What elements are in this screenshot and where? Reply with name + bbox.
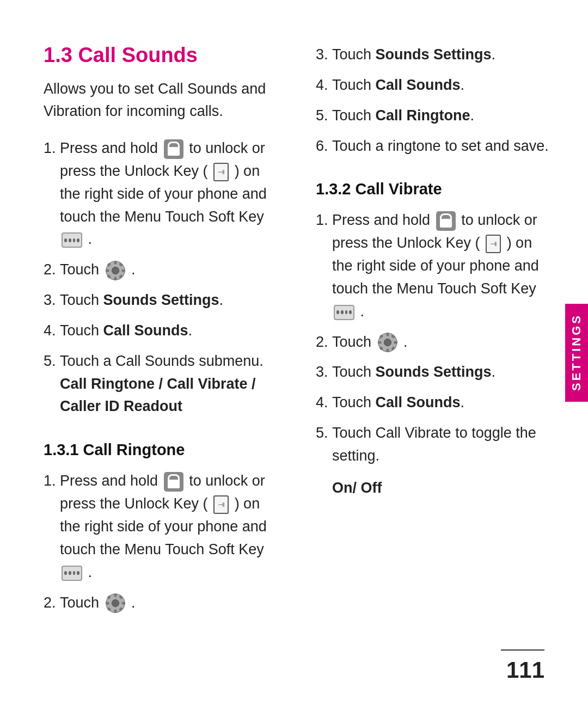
key-icon: ⫣ [213, 163, 229, 181]
step-content: Touch . [60, 259, 283, 281]
step-content: Touch Call Sounds. [332, 391, 555, 414]
lock-icon [164, 139, 183, 159]
step-number: 5. [44, 350, 60, 372]
bold-label: Call Sounds [103, 322, 188, 339]
step-number: 4. [316, 391, 332, 414]
svg-rect-24 [378, 341, 382, 344]
list-item: 6. Touch a ringtone to set and save. [316, 135, 555, 158]
step-number: 5. [316, 105, 332, 127]
svg-point-11 [112, 600, 119, 607]
step-content: Touch . [332, 331, 555, 354]
svg-rect-13 [114, 610, 117, 614]
step-number: 5. [316, 422, 332, 444]
step-number: 6. [316, 135, 332, 157]
step-number: 2. [44, 592, 60, 614]
key-icon: ⫣ [486, 235, 501, 253]
step-content: Touch Call Vibrate to toggle the setting… [332, 422, 555, 468]
svg-rect-4 [106, 269, 109, 272]
list-item: 1. Press and hold to unlock or press the… [44, 137, 283, 251]
list-item: 4. Touch Call Sounds. [316, 74, 555, 97]
step-number: 3. [316, 361, 332, 383]
list-item: 3. Touch Sounds Settings. [316, 44, 555, 66]
list-item: 1. Press and hold to unlock or press the… [44, 470, 283, 584]
list-item: 5. Touch Call Ringtone. [316, 105, 555, 127]
bold-label: Call Sounds [376, 77, 461, 93]
step-content: Touch Call Ringtone. [332, 105, 555, 127]
list-item: 4. Touch Call Sounds. [316, 391, 555, 414]
gear-icon [377, 332, 398, 353]
step-number: 1. [44, 137, 60, 160]
bold-label: Call Ringtone / Call Vibrate / Caller ID… [60, 376, 256, 415]
side-tab-label: SETTINGS [569, 314, 584, 391]
list-item: 3. Touch Sounds Settings. [316, 361, 555, 384]
bold-label: Call Ringtone [376, 107, 470, 124]
list-item: 5. Touch a Call Sounds submenu. Call Rin… [44, 350, 283, 419]
page-number: 111 [506, 657, 544, 683]
intro-text: Allows you to set Call Sounds and Vibrat… [44, 78, 283, 122]
subsection-heading-132: 1.3.2 Call Vibrate [316, 180, 555, 198]
svg-rect-2 [114, 261, 117, 265]
lock-icon [164, 472, 183, 492]
lock-icon [436, 211, 456, 231]
list-item: 2. Touch [44, 592, 283, 615]
left-column: 1.3 Call Sounds Allows you to set Call S… [44, 44, 283, 672]
svg-rect-22 [386, 333, 389, 336]
step-content: Press and hold to unlock or press the Un… [60, 470, 283, 584]
step-content: Touch Sounds Settings. [60, 289, 283, 312]
list-item: 1. Press and hold to unlock or press the… [316, 209, 555, 323]
subsection-heading-131: 1.3.1 Call Ringtone [44, 441, 283, 459]
svg-rect-3 [114, 277, 117, 280]
settings-side-tab: SETTINGS [565, 304, 588, 402]
menu-icon [62, 566, 82, 581]
bold-label: Sounds Settings [376, 46, 492, 63]
page-divider [501, 649, 544, 651]
step-content: Press and hold to unlock or press the Un… [60, 137, 283, 251]
step-content: Touch a ringtone to set and save. [332, 135, 555, 158]
step-content: Touch a Call Sounds submenu. Call Ringto… [60, 350, 283, 419]
key-icon: ⫣ [213, 495, 229, 514]
svg-rect-14 [106, 602, 109, 605]
step-content: Touch Sounds Settings. [332, 44, 555, 66]
step-number: 3. [316, 44, 332, 66]
gear-icon [105, 260, 126, 281]
on-off-label: On/ Off [332, 480, 555, 496]
step-number: 2. [316, 331, 332, 353]
step-content: Touch Sounds Settings. [332, 361, 555, 384]
list-item: 2. Touch [316, 331, 555, 354]
step-content: Touch . [60, 592, 283, 615]
list-item: 4. Touch Call Sounds. [44, 320, 283, 342]
section-title: 1.3 Call Sounds [44, 44, 283, 67]
list-item: 5. Touch Call Vibrate to toggle the sett… [316, 422, 555, 468]
bold-label: Sounds Settings [103, 292, 219, 308]
right-column: 3. Touch Sounds Settings. 4. Touch Call … [316, 44, 555, 672]
step-number: 2. [44, 259, 60, 281]
step-number: 3. [44, 289, 60, 311]
bold-label: Sounds Settings [376, 364, 492, 380]
step-number: 4. [44, 320, 60, 342]
svg-point-21 [384, 339, 391, 346]
svg-rect-12 [114, 593, 117, 597]
step-content: Touch Call Sounds. [332, 74, 555, 97]
svg-rect-25 [394, 341, 397, 344]
svg-rect-23 [386, 349, 389, 353]
step-number: 1. [316, 209, 332, 231]
step-content: Press and hold to unlock or press the Un… [332, 209, 555, 323]
gear-icon [105, 593, 126, 614]
step-content: Touch Call Sounds. [60, 320, 283, 342]
step-number: 1. [44, 470, 60, 492]
svg-point-1 [112, 267, 119, 274]
bold-label: Call Sounds [376, 394, 461, 410]
list-item: 2. Touch [44, 259, 283, 281]
menu-icon [62, 232, 82, 248]
svg-rect-15 [121, 602, 125, 605]
menu-icon [334, 305, 354, 320]
list-item: 3. Touch Sounds Settings. [44, 289, 283, 312]
svg-rect-5 [121, 269, 125, 272]
step-number: 4. [316, 74, 332, 96]
